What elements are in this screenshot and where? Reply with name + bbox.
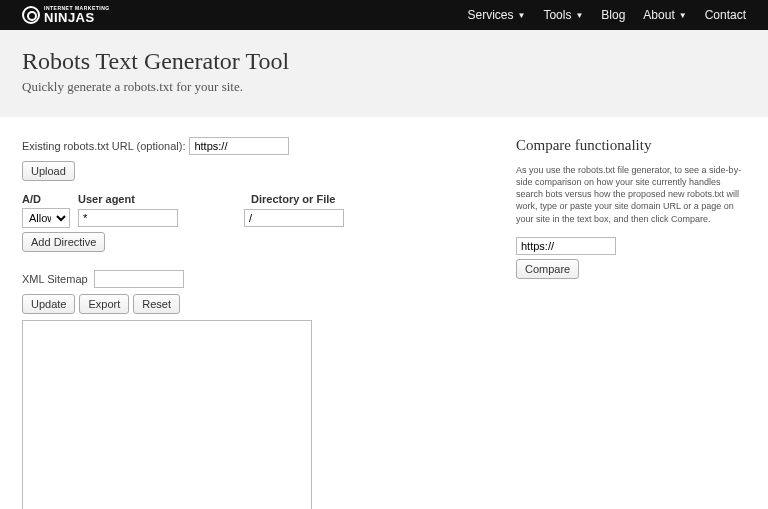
nav-about-label: About [643, 8, 674, 22]
user-agent-input[interactable] [78, 209, 178, 227]
sitemap-row: XML Sitemap [22, 270, 476, 288]
robots-output-textarea[interactable] [22, 320, 312, 509]
chevron-down-icon: ▼ [575, 11, 583, 20]
header-ad: A/D [22, 193, 70, 205]
compare-heading: Compare functionality [516, 137, 746, 154]
page-title: Robots Text Generator Tool [22, 48, 746, 75]
upload-row: Upload [22, 161, 476, 181]
top-nav: INTERNET MARKETING NINJAS Services▼ Tool… [0, 0, 768, 30]
generator-panel: Existing robots.txt URL (optional): Uplo… [22, 137, 476, 509]
ninja-swirl-icon [22, 6, 40, 24]
action-buttons: Update Export Reset [22, 294, 476, 314]
page-header: Robots Text Generator Tool Quickly gener… [0, 30, 768, 117]
sitemap-label: XML Sitemap [22, 273, 88, 285]
compare-button[interactable]: Compare [516, 259, 579, 279]
page-subtitle: Quickly generate a robots.txt for your s… [22, 79, 746, 95]
chevron-down-icon: ▼ [679, 11, 687, 20]
header-directory: Directory or File [251, 193, 335, 205]
directive-header: A/D User agent Directory or File [22, 193, 476, 205]
nav-contact[interactable]: Contact [705, 8, 746, 22]
nav-about[interactable]: About▼ [643, 8, 686, 22]
existing-url-label: Existing robots.txt URL (optional): [22, 140, 185, 152]
update-button[interactable]: Update [22, 294, 75, 314]
allow-deny-select[interactable]: Allow [22, 208, 70, 228]
header-user-agent: User agent [78, 193, 178, 205]
nav-services-label: Services [467, 8, 513, 22]
add-directive-button[interactable]: Add Directive [22, 232, 105, 252]
existing-url-row: Existing robots.txt URL (optional): [22, 137, 476, 155]
compare-description: As you use the robots.txt file generator… [516, 164, 746, 225]
directory-input[interactable] [244, 209, 344, 227]
existing-url-input[interactable] [189, 137, 289, 155]
chevron-down-icon: ▼ [517, 11, 525, 20]
compare-url-input[interactable] [516, 237, 616, 255]
nav-blog-label: Blog [601, 8, 625, 22]
sitemap-input[interactable] [94, 270, 184, 288]
nav-tools[interactable]: Tools▼ [543, 8, 583, 22]
compare-panel: Compare functionality As you use the rob… [516, 137, 746, 509]
upload-button[interactable]: Upload [22, 161, 75, 181]
nav-tools-label: Tools [543, 8, 571, 22]
directive-row: Allow [22, 208, 476, 228]
nav-contact-label: Contact [705, 8, 746, 22]
reset-button[interactable]: Reset [133, 294, 180, 314]
nav-services[interactable]: Services▼ [467, 8, 525, 22]
nav-blog[interactable]: Blog [601, 8, 625, 22]
add-directive-row: Add Directive [22, 232, 476, 252]
brand-logo[interactable]: INTERNET MARKETING NINJAS [22, 6, 110, 24]
export-button[interactable]: Export [79, 294, 129, 314]
main-content: Existing robots.txt URL (optional): Uplo… [0, 117, 768, 509]
brand-text: INTERNET MARKETING NINJAS [44, 6, 110, 24]
nav-menu: Services▼ Tools▼ Blog About▼ Contact [467, 8, 746, 22]
brand-name: NINJAS [44, 11, 110, 24]
